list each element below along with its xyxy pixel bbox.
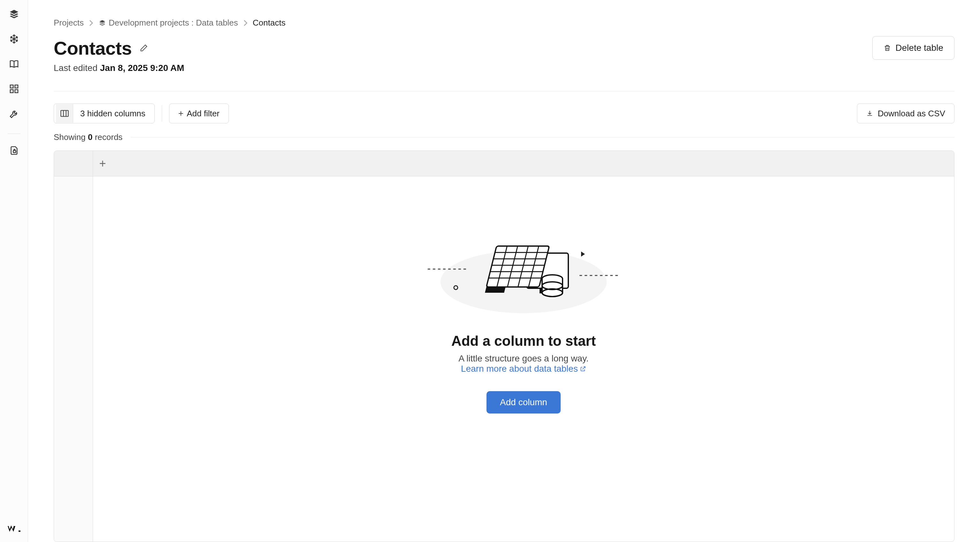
pencil-icon	[139, 43, 148, 52]
last-edited: Last edited Jan 8, 2025 9:20 AM	[54, 63, 955, 73]
columns-icon	[56, 104, 73, 123]
breadcrumb-middle[interactable]: Development projects : Data tables	[99, 18, 238, 28]
title-row: Contacts Delete table	[54, 36, 955, 60]
table-empty-area: Add a column to start A little structure…	[93, 176, 954, 542]
table-header-rownum	[54, 151, 93, 176]
stack-icon	[99, 19, 106, 27]
svg-rect-2	[10, 90, 13, 93]
svg-rect-3	[15, 90, 18, 93]
page-title: Contacts	[54, 37, 132, 59]
table-rownum-gutter	[54, 176, 93, 542]
external-link-icon	[580, 366, 586, 372]
delete-table-label: Delete table	[896, 43, 943, 53]
svg-rect-23	[485, 287, 505, 293]
add-column-header-button[interactable]: +	[93, 151, 112, 176]
trash-icon	[883, 43, 891, 52]
last-edited-timestamp: Jan 8, 2025 9:20 AM	[100, 63, 185, 73]
hidden-columns-button[interactable]: 3 hidden columns	[54, 103, 155, 123]
record-count-row: Showing 0 records	[54, 132, 955, 142]
table-body: Add a column to start A little structure…	[54, 176, 954, 542]
book-icon	[9, 59, 19, 70]
download-csv-button[interactable]: Download as CSV	[857, 103, 955, 123]
sidebar-item-document[interactable]	[6, 143, 22, 159]
record-count-number: 0	[88, 132, 92, 142]
sidebar-divider	[8, 134, 21, 134]
plus-icon: +	[99, 158, 106, 169]
main-content: Projects Development projects : Data tab…	[28, 0, 980, 542]
delete-table-button[interactable]: Delete table	[872, 36, 955, 60]
sidebar-item-snowflake[interactable]	[6, 32, 22, 47]
learn-more-link[interactable]: Learn more about data tables	[461, 364, 586, 374]
learn-more-label: Learn more about data tables	[461, 364, 578, 374]
toolbar-divider	[162, 105, 162, 122]
record-count-text: Showing 0 records	[54, 132, 123, 142]
breadcrumb-projects[interactable]: Projects	[54, 18, 84, 28]
stack-icon	[9, 9, 19, 21]
breadcrumb: Projects Development projects : Data tab…	[54, 18, 955, 28]
sidebar-item-stacks[interactable]	[6, 7, 22, 22]
download-icon	[866, 109, 873, 118]
svg-marker-10	[581, 251, 585, 257]
record-count-line	[131, 137, 955, 137]
empty-state-illustration	[425, 234, 623, 314]
sidebar-item-grid[interactable]	[6, 82, 22, 97]
empty-state: Add a column to start A little structure…	[402, 234, 645, 542]
add-filter-label: Add filter	[187, 109, 220, 119]
grid-icon	[9, 84, 19, 95]
plus-icon: +	[178, 108, 183, 119]
hidden-columns-label: 3 hidden columns	[73, 109, 153, 119]
divider	[54, 91, 955, 91]
table-header-row: +	[54, 151, 954, 176]
empty-state-title: Add a column to start	[451, 333, 596, 349]
data-table: +	[54, 151, 955, 542]
snowflake-icon	[9, 34, 19, 45]
empty-state-subtitle-text: A little structure goes a long way.	[458, 353, 589, 363]
sidebar-item-book[interactable]	[6, 57, 22, 72]
add-filter-button[interactable]: + Add filter	[169, 103, 229, 123]
record-count-suffix: records	[92, 132, 123, 142]
last-edited-label: Last edited	[54, 63, 100, 73]
empty-state-subtitle: A little structure goes a long way. Lear…	[402, 353, 645, 374]
edit-title-button[interactable]	[137, 41, 150, 54]
chevron-right-icon	[243, 19, 248, 27]
svg-rect-0	[10, 85, 13, 88]
sidebar-item-wrench[interactable]	[6, 107, 22, 122]
record-count-prefix: Showing	[54, 132, 88, 142]
sidebar	[0, 0, 28, 542]
svg-rect-1	[15, 85, 18, 88]
svg-rect-5	[61, 111, 68, 117]
wrench-icon	[9, 109, 19, 120]
document-lock-icon	[9, 145, 19, 157]
download-csv-label: Download as CSV	[878, 109, 945, 119]
svg-rect-4	[13, 151, 16, 153]
brand-logo[interactable]	[0, 524, 28, 534]
breadcrumb-middle-label: Development projects : Data tables	[109, 18, 238, 28]
chevron-right-icon	[88, 19, 94, 27]
toolbar: 3 hidden columns + Add filter Download a…	[54, 103, 955, 123]
breadcrumb-current: Contacts	[253, 18, 286, 28]
add-column-button[interactable]: Add column	[487, 391, 561, 413]
